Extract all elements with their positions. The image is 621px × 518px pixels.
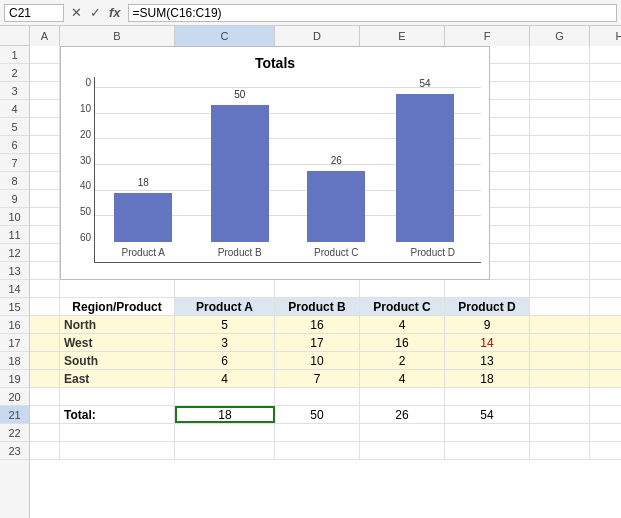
row-num-11[interactable]: 11: [0, 226, 29, 244]
col-header-d[interactable]: D: [275, 26, 360, 46]
cell-c18[interactable]: 6: [175, 352, 275, 369]
cell-c22[interactable]: [175, 424, 275, 441]
row-num-7[interactable]: 7: [0, 154, 29, 172]
cell-h2[interactable]: [590, 64, 621, 81]
cell-g9[interactable]: [530, 190, 590, 207]
cell-f17[interactable]: 14: [445, 334, 530, 351]
cell-b19-east[interactable]: East: [60, 370, 175, 387]
cell-d15-header[interactable]: Product B: [275, 298, 360, 315]
row-num-19[interactable]: 19: [0, 370, 29, 388]
cell-e15-header[interactable]: Product C: [360, 298, 445, 315]
cell-h3[interactable]: [590, 82, 621, 99]
confirm-icon[interactable]: ✓: [87, 5, 104, 20]
cell-f20[interactable]: [445, 388, 530, 405]
cell-a18[interactable]: [30, 352, 60, 369]
row-num-22[interactable]: 22: [0, 424, 29, 442]
cell-d14[interactable]: [275, 280, 360, 297]
cell-a2[interactable]: [30, 64, 60, 81]
cell-h7[interactable]: [590, 154, 621, 171]
cell-h16[interactable]: [590, 316, 621, 333]
col-header-e[interactable]: E: [360, 26, 445, 46]
row-num-4[interactable]: 4: [0, 100, 29, 118]
row-num-23[interactable]: 23: [0, 442, 29, 460]
cell-e23[interactable]: [360, 442, 445, 459]
cell-g7[interactable]: [530, 154, 590, 171]
cell-g6[interactable]: [530, 136, 590, 153]
row-num-12[interactable]: 12: [0, 244, 29, 262]
row-num-13[interactable]: 13: [0, 262, 29, 280]
cell-g18[interactable]: [530, 352, 590, 369]
row-num-2[interactable]: 2: [0, 64, 29, 82]
col-header-g[interactable]: G: [530, 26, 590, 46]
cell-f15-header[interactable]: Product D: [445, 298, 530, 315]
cell-a5[interactable]: [30, 118, 60, 135]
row-num-3[interactable]: 3: [0, 82, 29, 100]
cell-g13[interactable]: [530, 262, 590, 279]
cell-h18[interactable]: [590, 352, 621, 369]
cell-h19[interactable]: [590, 370, 621, 387]
cell-b20[interactable]: [60, 388, 175, 405]
cell-g3[interactable]: [530, 82, 590, 99]
cell-a16[interactable]: [30, 316, 60, 333]
cell-h14[interactable]: [590, 280, 621, 297]
cell-g12[interactable]: [530, 244, 590, 261]
row-num-10[interactable]: 10: [0, 208, 29, 226]
cell-b21-total[interactable]: Total:: [60, 406, 175, 423]
row-num-14[interactable]: 14: [0, 280, 29, 298]
cell-a8[interactable]: [30, 172, 60, 189]
cell-g4[interactable]: [530, 100, 590, 117]
cell-h8[interactable]: [590, 172, 621, 189]
row-num-16[interactable]: 16: [0, 316, 29, 334]
cell-h1[interactable]: [590, 46, 621, 63]
row-num-20[interactable]: 20: [0, 388, 29, 406]
col-header-a[interactable]: A: [30, 26, 60, 46]
cell-g14[interactable]: [530, 280, 590, 297]
cell-d21-total[interactable]: 50: [275, 406, 360, 423]
cell-a4[interactable]: [30, 100, 60, 117]
cell-b14[interactable]: [60, 280, 175, 297]
cell-h17[interactable]: [590, 334, 621, 351]
cell-d16[interactable]: 16: [275, 316, 360, 333]
col-header-c[interactable]: C: [175, 26, 275, 46]
cancel-icon[interactable]: ✕: [68, 5, 85, 20]
cell-a9[interactable]: [30, 190, 60, 207]
cell-b22[interactable]: [60, 424, 175, 441]
cell-a23[interactable]: [30, 442, 60, 459]
cell-h11[interactable]: [590, 226, 621, 243]
cell-g8[interactable]: [530, 172, 590, 189]
cell-e17[interactable]: 16: [360, 334, 445, 351]
cell-f22[interactable]: [445, 424, 530, 441]
cell-h6[interactable]: [590, 136, 621, 153]
cell-a13[interactable]: [30, 262, 60, 279]
cell-a12[interactable]: [30, 244, 60, 261]
cell-g19[interactable]: [530, 370, 590, 387]
cell-b15-header[interactable]: Region/Product: [60, 298, 175, 315]
cell-c21-total[interactable]: 18: [175, 406, 275, 423]
cell-d20[interactable]: [275, 388, 360, 405]
cell-a21[interactable]: [30, 406, 60, 423]
cell-h20[interactable]: [590, 388, 621, 405]
cell-g11[interactable]: [530, 226, 590, 243]
cell-a10[interactable]: [30, 208, 60, 225]
cell-b23[interactable]: [60, 442, 175, 459]
cell-g16[interactable]: [530, 316, 590, 333]
cell-a15[interactable]: [30, 298, 60, 315]
col-header-b[interactable]: B: [60, 26, 175, 46]
cell-g17[interactable]: [530, 334, 590, 351]
row-num-1[interactable]: 1: [0, 46, 29, 64]
cell-c23[interactable]: [175, 442, 275, 459]
col-header-h[interactable]: H: [590, 26, 621, 46]
cell-a11[interactable]: [30, 226, 60, 243]
col-header-f[interactable]: F: [445, 26, 530, 46]
cell-a1[interactable]: [30, 46, 60, 63]
row-num-8[interactable]: 8: [0, 172, 29, 190]
cell-reference-box[interactable]: [4, 4, 64, 22]
cell-d22[interactable]: [275, 424, 360, 441]
cell-h21[interactable]: [590, 406, 621, 423]
cell-e19[interactable]: 4: [360, 370, 445, 387]
cell-d23[interactable]: [275, 442, 360, 459]
cell-h15[interactable]: [590, 298, 621, 315]
cell-b18-south[interactable]: South: [60, 352, 175, 369]
cell-h22[interactable]: [590, 424, 621, 441]
cell-e22[interactable]: [360, 424, 445, 441]
